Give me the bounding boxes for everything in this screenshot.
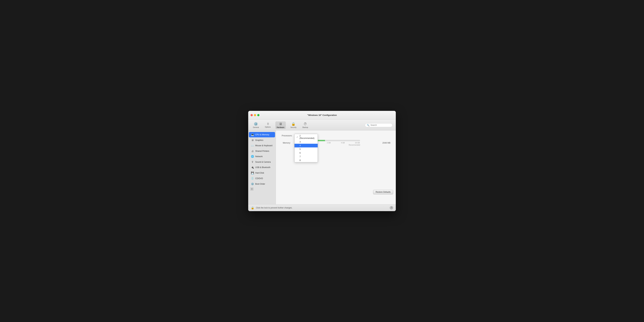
sidebar-item-cpu-memory[interactable]: 💻 CPU & Memory <box>249 132 275 137</box>
sidebar-item-sound-camera[interactable]: 🎙 Sound & Camera <box>249 159 275 164</box>
help-button[interactable]: ? <box>390 206 393 210</box>
cd-dvd-icon: 💿 <box>251 177 254 180</box>
tab-general[interactable]: ⚙️ General <box>252 121 260 129</box>
processor-option-5-label: 5 <box>300 148 301 150</box>
boot-order-icon: ⚙️ <box>251 182 254 186</box>
processor-option-6[interactable]: 6 <box>294 151 318 155</box>
sidebar-item-mouse-keyboard-label: Mouse & Keyboard <box>255 144 272 147</box>
processor-option-2[interactable]: ✓ 2 (Recommended) <box>294 134 318 140</box>
tab-options-label: Options <box>265 126 271 128</box>
main-content: 💻 CPU & Memory 🖥 Graphics ⌨️ Mouse & Key… <box>248 130 396 204</box>
sidebar-item-network-label: Network <box>255 155 263 158</box>
options-icon: ⠿ <box>267 122 269 126</box>
sidebar-item-hard-disk-label: Hard Disk <box>255 172 264 174</box>
search-icon: 🔍 <box>367 124 370 126</box>
sound-camera-icon: 🎙 <box>251 160 254 163</box>
search-box[interactable]: 🔍 <box>365 123 392 127</box>
processor-option-3[interactable]: 3 <box>294 140 318 144</box>
sidebar-item-shared-printers-label: Shared Printers <box>255 150 269 152</box>
bottom-bar: 🔒 Click the lock to prevent further chan… <box>248 204 396 211</box>
slider-label-2gb: 2 GB <box>327 142 331 144</box>
tab-hardware[interactable]: 🖥 Hardware <box>276 122 286 129</box>
search-input[interactable] <box>370 124 390 126</box>
tab-security[interactable]: 🔒 Security <box>289 121 298 129</box>
cpu-memory-icon: 💻 <box>251 133 254 136</box>
security-icon: 🔒 <box>291 122 296 126</box>
tab-hardware-label: Hardware <box>277 126 284 128</box>
sidebar-item-sound-camera-label: Sound & Camera <box>255 161 271 163</box>
restore-defaults-button[interactable]: Restore Defaults <box>373 190 393 194</box>
backup-icon: ⏱ <box>304 122 307 126</box>
memory-value: 2048 MB <box>382 142 392 144</box>
titlebar: "Windows 10" Configuration <box>248 111 396 120</box>
sidebar-item-cd-dvd[interactable]: 💿 CD/DVD <box>249 176 275 181</box>
sidebar-item-hard-disk[interactable]: 💾 Hard Disk <box>249 170 275 176</box>
graphics-icon: 🖥 <box>251 139 254 142</box>
sidebar-item-usb-bluetooth-label: USB & Bluetooth <box>255 166 270 168</box>
sidebar-item-boot-order-label: Boot Order <box>255 183 265 185</box>
sidebar-add-button[interactable]: + <box>250 187 254 191</box>
toolbar: ⚙️ General ⠿ Options 🖥 Hardware 🔒 Securi… <box>248 120 396 130</box>
hardware-icon: 🖥 <box>279 122 282 126</box>
sidebar-item-network[interactable]: 🌐 Network <box>249 154 275 159</box>
processors-dropdown-wrapper: 2 (Recommended) ▼ ✓ 2 (Recommended) 3 <box>294 134 318 138</box>
minimize-button[interactable] <box>254 114 256 116</box>
sidebar-item-mouse-keyboard[interactable]: ⌨️ Mouse & Keyboard <box>249 143 275 148</box>
mouse-keyboard-icon: ⌨️ <box>251 144 254 147</box>
processors-dropdown-menu: ✓ 2 (Recommended) 3 4 <box>294 134 318 162</box>
shared-printers-icon: 🖨 <box>251 150 254 152</box>
processors-row: Processors: 2 (Recommended) ▼ ✓ 2 (Recom… <box>279 134 392 138</box>
bottom-lock-text: Click the lock to prevent further change… <box>256 206 388 209</box>
sidebar-item-usb-bluetooth[interactable]: 🔌 USB & Bluetooth <box>249 165 275 170</box>
sidebar-item-boot-order[interactable]: ⚙️ Boot Order <box>249 181 275 187</box>
hard-disk-icon: 💾 <box>251 172 254 174</box>
sidebar-item-graphics[interactable]: 🖥 Graphics <box>249 138 275 143</box>
processor-option-4-label: 4 <box>300 144 301 147</box>
slider-label-16gb: 16 GB <box>355 142 360 144</box>
processors-label: Processors: <box>279 134 294 137</box>
processor-option-5[interactable]: 5 <box>294 148 318 151</box>
processor-option-7-label: 7 <box>300 156 301 158</box>
tab-general-label: General <box>253 126 259 128</box>
sidebar-item-shared-printers[interactable]: 🖨 Shared Printers <box>249 148 275 154</box>
general-icon: ⚙️ <box>254 122 258 126</box>
memory-label: Memory: <box>279 142 293 144</box>
processor-option-4[interactable]: 4 <box>294 144 318 148</box>
sidebar-item-graphics-label: Graphics <box>255 139 263 142</box>
sidebar-item-cd-dvd-label: CD/DVD <box>255 177 263 180</box>
traffic-lights <box>250 114 260 116</box>
sidebar-item-cpu-memory-label: CPU & Memory <box>255 134 269 136</box>
maximize-button[interactable] <box>257 114 260 116</box>
network-icon: 🌐 <box>251 155 254 158</box>
processor-option-3-label: 3 <box>300 141 301 143</box>
slider-label-4gb: 4 GB <box>341 142 345 144</box>
window-title: "Windows 10" Configuration <box>307 114 337 116</box>
tab-options[interactable]: ⠿ Options <box>264 122 272 129</box>
tab-security-label: Security <box>290 126 296 128</box>
processor-option-2-label: 2 (Recommended) <box>300 135 316 139</box>
usb-bluetooth-icon: 🔌 <box>251 166 254 169</box>
sidebar: 💻 CPU & Memory 🖥 Graphics ⌨️ Mouse & Key… <box>248 130 276 204</box>
tab-backup[interactable]: ⏱ Backup <box>301 122 310 129</box>
main-window: "Windows 10" Configuration ⚙️ General ⠿ … <box>248 111 396 211</box>
processor-option-8[interactable]: 8 <box>294 158 318 162</box>
close-button[interactable] <box>250 114 253 116</box>
processor-option-6-label: 6 <box>300 152 301 154</box>
lock-icon[interactable]: 🔒 <box>251 206 254 210</box>
tab-backup-label: Backup <box>302 126 308 128</box>
processor-option-7[interactable]: 7 <box>294 155 318 158</box>
panel: Processors: 2 (Recommended) ▼ ✓ 2 (Recom… <box>276 130 396 204</box>
processor-option-8-label: 8 <box>300 159 301 162</box>
